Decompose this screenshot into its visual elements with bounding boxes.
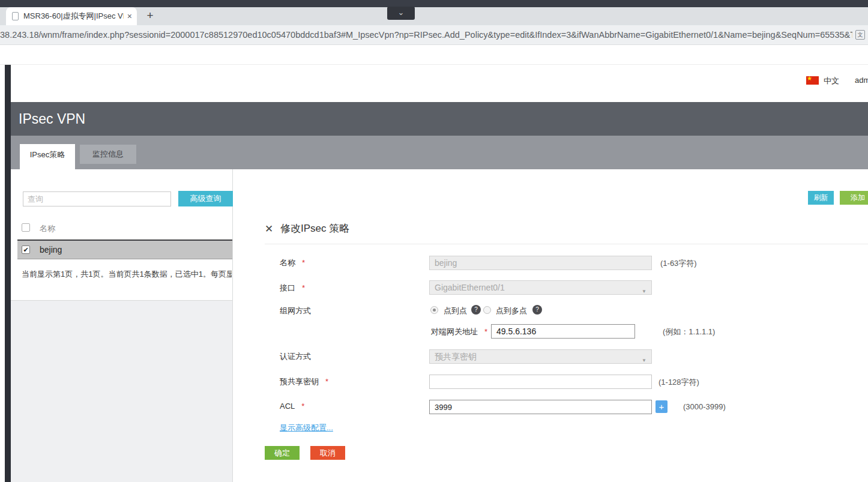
row-name: bejing bbox=[40, 245, 62, 255]
pre-shared-key-input[interactable] bbox=[429, 375, 652, 389]
acl-input[interactable] bbox=[429, 400, 652, 414]
name-field: bejing bbox=[429, 256, 652, 270]
china-flag-icon: ★ bbox=[806, 76, 819, 85]
tab-close-icon[interactable]: × bbox=[127, 11, 132, 21]
page-title: IPsec VPN bbox=[11, 102, 868, 136]
select-all-checkbox[interactable] bbox=[22, 223, 30, 232]
translate-icon[interactable]: 文 bbox=[855, 30, 865, 40]
column-header-name: 名称 bbox=[40, 223, 55, 234]
close-icon[interactable]: ✕ bbox=[265, 223, 273, 235]
new-tab-button[interactable]: + bbox=[143, 8, 157, 23]
tab-monitor-info[interactable]: 监控信息 bbox=[80, 145, 136, 164]
left-dark-strip bbox=[5, 65, 11, 482]
language-switch[interactable]: 中文 bbox=[824, 76, 839, 86]
cancel-button[interactable]: 取消 bbox=[310, 446, 345, 460]
page-tab-strip bbox=[11, 136, 868, 169]
pre-shared-key-label: 预共享密钥* bbox=[280, 376, 328, 387]
radio-point-to-point-label[interactable]: 点到点 bbox=[444, 306, 467, 316]
chevron-down-icon: ▼ bbox=[642, 285, 646, 295]
address-bar[interactable]: 38.243.18/wnm/frame/index.php?sessionid=… bbox=[0, 25, 868, 45]
interface-select: GigabitEthernet0/1 ▼ bbox=[429, 280, 652, 295]
acl-add-button[interactable]: + bbox=[656, 400, 668, 413]
add-button[interactable]: 添加 bbox=[840, 191, 868, 205]
interface-label: 接口* bbox=[280, 283, 305, 294]
auth-method-select: 预共享密钥 ▼ bbox=[429, 349, 652, 364]
search-input[interactable] bbox=[23, 191, 171, 206]
panel-divider bbox=[232, 169, 233, 482]
screen: MSR36-60|虚拟专网|IPsec VPN × + ⌄ 38.243.18/… bbox=[0, 0, 868, 482]
browser-tab-title: MSR36-60|虚拟专网|IPsec VPN bbox=[23, 11, 124, 22]
radio-point-to-multipoint-label[interactable]: 点到多点 bbox=[496, 306, 527, 316]
chevron-down-icon: ▼ bbox=[642, 354, 646, 364]
browser-tab[interactable]: MSR36-60|虚拟专网|IPsec VPN × bbox=[6, 7, 137, 25]
peer-gateway-label: 对端网关地址* bbox=[431, 327, 487, 337]
required-asterisk: * bbox=[302, 283, 305, 292]
required-asterisk: * bbox=[302, 258, 305, 267]
required-asterisk: * bbox=[484, 327, 487, 336]
help-icon[interactable]: ? bbox=[532, 305, 542, 315]
required-asterisk: * bbox=[325, 377, 328, 386]
user-menu[interactable]: adm bbox=[855, 76, 868, 85]
tab-ipsec-policy[interactable]: IPsec策略 bbox=[20, 144, 75, 169]
advanced-search-button[interactable]: 高级查询 bbox=[178, 191, 233, 206]
peer-gateway-input[interactable] bbox=[491, 324, 635, 339]
acl-hint: (3000-3999) bbox=[683, 402, 726, 411]
help-icon[interactable]: ? bbox=[471, 305, 481, 315]
refresh-button[interactable]: 刷新 bbox=[808, 191, 834, 205]
radio-point-to-point[interactable] bbox=[430, 306, 438, 314]
pagination-text: 当前显示第1页，共1页。当前页共1条数据，已选中1。每页显 bbox=[22, 269, 232, 280]
pre-shared-key-hint: (1-128字符) bbox=[659, 377, 699, 388]
table-row[interactable]: ✔ bejing bbox=[17, 241, 232, 259]
browser-top-bar bbox=[0, 0, 868, 7]
auth-method-label: 认证方式 bbox=[280, 351, 311, 362]
show-advanced-link[interactable]: 显示高级配置... bbox=[280, 423, 333, 433]
name-hint: (1-63字符) bbox=[660, 258, 697, 269]
chrome-bottom-band bbox=[0, 45, 868, 65]
url-text[interactable]: 38.243.18/wnm/frame/index.php?sessionid=… bbox=[0, 25, 852, 45]
network-mode-label: 组网方式 bbox=[280, 306, 311, 316]
radio-point-to-multipoint[interactable] bbox=[483, 306, 491, 314]
list-panel-footer-area bbox=[11, 300, 232, 482]
ok-button[interactable]: 确定 bbox=[265, 446, 300, 460]
form-title: 修改IPsec 策略 bbox=[280, 221, 349, 235]
peer-gateway-hint: (例如：1.1.1.1) bbox=[663, 327, 715, 337]
required-asterisk: * bbox=[301, 402, 304, 411]
row-checkbox[interactable]: ✔ bbox=[22, 246, 30, 254]
form-divider bbox=[265, 244, 868, 244]
acl-label: ACL* bbox=[280, 402, 304, 411]
name-label: 名称* bbox=[280, 258, 305, 268]
chevron-down-icon[interactable]: ⌄ bbox=[387, 7, 415, 20]
page-favicon-icon bbox=[12, 12, 19, 20]
